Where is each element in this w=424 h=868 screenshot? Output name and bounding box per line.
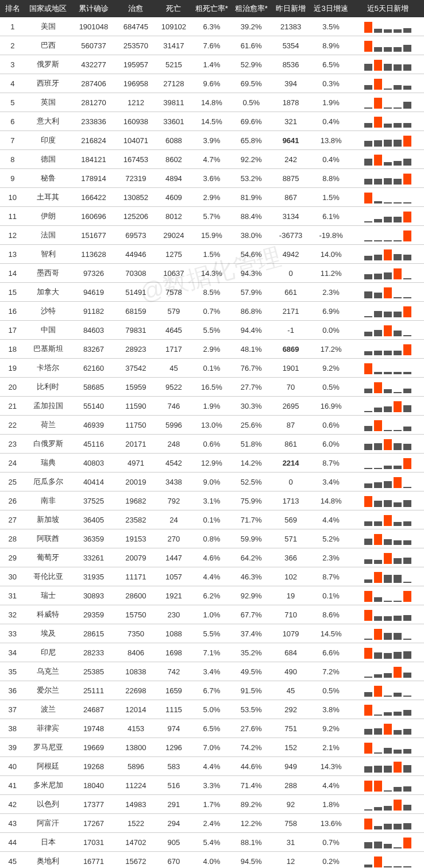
cell: 11750 [116, 416, 156, 435]
cell: 3134 [271, 207, 311, 226]
cell: 160696 [71, 207, 116, 226]
cell: 292 [271, 700, 311, 719]
cell: 27.6% [232, 719, 271, 738]
cell: 48.1% [232, 340, 271, 359]
table-row: 45奥地利16771156726704.0%94.5%120.2% [0, 852, 424, 869]
cell: -1 [271, 321, 311, 340]
cell: 89.2% [232, 795, 271, 814]
cell: 288 [271, 776, 311, 795]
table-row: 22荷兰4693911750599613.0%25.6%870.6% [0, 416, 424, 435]
cell: 德国 [25, 150, 71, 169]
cell: 8406 [116, 643, 156, 662]
column-header: 粗死亡率* [192, 0, 232, 17]
cell: 83267 [71, 340, 116, 359]
cell: 905 [156, 833, 192, 852]
cell: 7.6% [192, 36, 232, 55]
sparkline-cell [352, 378, 424, 397]
cell: 670 [156, 852, 192, 869]
column-header: 死亡 [156, 0, 192, 17]
cell: 28 [0, 529, 25, 548]
sparkline-cell [352, 74, 424, 93]
cell: 14.3% [192, 264, 232, 283]
cell: 792 [156, 491, 192, 510]
sparkline-cell [352, 397, 424, 416]
table-row: 39罗马尼亚196691380012967.0%74.2%1522.1% [0, 738, 424, 757]
cell: 248 [156, 435, 192, 454]
cell: 51491 [116, 283, 156, 302]
table-row: 5英国28127012123981114.8%0.5%18781.9% [0, 93, 424, 112]
cell: 70308 [116, 264, 156, 283]
cell: 1057 [156, 567, 192, 586]
cell: 64.2% [232, 548, 271, 567]
cell: 6.6% [311, 643, 352, 662]
cell: 0.7% [311, 833, 352, 852]
cell: 28233 [71, 643, 116, 662]
cell: 8.5% [192, 283, 232, 302]
cell: 1.5% [311, 188, 352, 207]
cell: 13800 [116, 738, 156, 757]
cell: 84603 [71, 321, 116, 340]
cell: 13.0% [192, 416, 232, 435]
cell: 9.2% [311, 359, 352, 378]
cell: 6.1% [311, 207, 352, 226]
cell: 15750 [116, 605, 156, 624]
cell: 861 [271, 435, 311, 454]
cell: 5.0% [192, 700, 232, 719]
cell: 3 [0, 55, 25, 74]
table-row: 41多米尼加18040112245163.3%71.4%2884.4% [0, 776, 424, 795]
cell: 11224 [116, 776, 156, 795]
cell: 94.3% [232, 264, 271, 283]
cell: 22 [0, 416, 25, 435]
cell: 5 [0, 93, 25, 112]
cell: 230 [156, 605, 192, 624]
cell: 3.9% [192, 131, 232, 150]
covid-stats-table: 排名国家或地区累计确诊治愈死亡粗死亡率*粗治愈率*昨日新增近3日增速近5天日新增… [0, 0, 424, 868]
cell: 以色列 [25, 795, 71, 814]
table-row: 10土耳其16642213085246092.9%81.9%8671.5% [0, 188, 424, 207]
cell: 厄瓜多尔 [25, 473, 71, 491]
cell: 南非 [25, 491, 71, 510]
cell: 卡塔尔 [25, 359, 71, 378]
sparkline-cell [352, 833, 424, 852]
cell: 19 [0, 359, 25, 378]
cell: 4609 [156, 188, 192, 207]
cell: 11171 [116, 567, 156, 586]
cell: 16 [0, 302, 25, 321]
cell: 0.8% [192, 529, 232, 548]
cell: 3.8% [311, 700, 352, 719]
cell: 葡萄牙 [25, 548, 71, 567]
table-row: 30哥伦比亚319351117110574.4%46.3%1028.7% [0, 567, 424, 586]
cell: 俄罗斯 [25, 55, 71, 74]
cell: 乌克兰 [25, 662, 71, 681]
cell: 7.2% [311, 662, 352, 681]
cell: 366 [271, 548, 311, 567]
cell: 11 [0, 207, 25, 226]
cell: 14.5% [311, 624, 352, 643]
cell: 5215 [156, 55, 192, 74]
sparkline-cell [352, 529, 424, 548]
cell: 2171 [271, 302, 311, 321]
table-row: 7印度21682410407160883.9%65.8%964113.8% [0, 131, 424, 150]
cell: 55140 [71, 397, 116, 416]
cell: 波兰 [25, 700, 71, 719]
column-header: 累计确诊 [71, 0, 116, 17]
table-row: 34印尼28233840616987.1%35.2%6846.6% [0, 643, 424, 662]
cell: 151677 [71, 226, 116, 245]
cell: 15.9% [192, 226, 232, 245]
cell: 4942 [271, 245, 311, 264]
table-row: 11伊朗16069612520680125.7%88.4%31346.1% [0, 207, 424, 226]
cell: 8875 [271, 169, 311, 188]
cell: 24 [0, 454, 25, 473]
cell: 281270 [71, 93, 116, 112]
cell: 27 [0, 510, 25, 529]
cell: 8.7% [311, 567, 352, 586]
cell: 62160 [71, 359, 116, 378]
cell: 109102 [156, 17, 192, 36]
table-row: 35乌克兰25385108387423.4%49.5%4907.2% [0, 662, 424, 681]
table-row: 12法国151677695732902415.9%38.0%-36773-19.… [0, 226, 424, 245]
cell: 3.4% [192, 662, 232, 681]
cell: 19268 [71, 757, 116, 776]
cell: 2695 [271, 397, 311, 416]
cell: 40 [0, 757, 25, 776]
cell: 8012 [156, 207, 192, 226]
